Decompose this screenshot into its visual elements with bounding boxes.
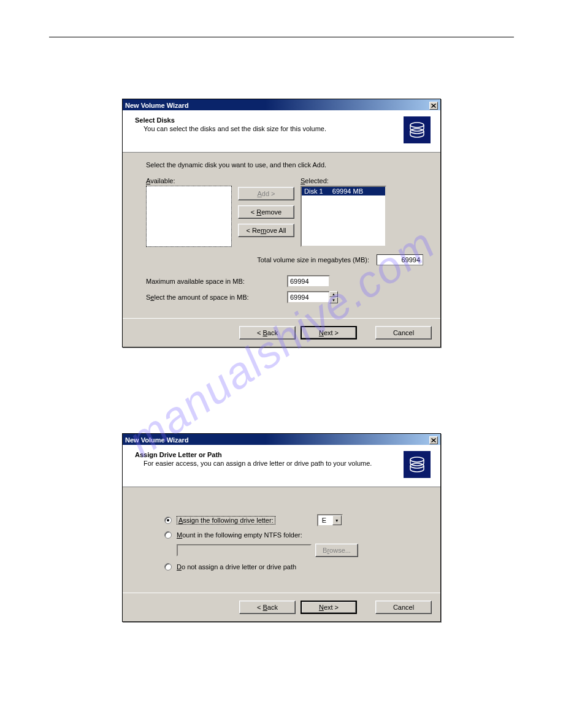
instruction-text: Select the dynamic disk you want to use,… — [146, 161, 423, 169]
titlebar: New Volume Wizard — [123, 434, 440, 445]
amount-label: Select the amount of space in MB: — [146, 294, 287, 301]
folder-path-input[interactable] — [177, 544, 312, 556]
max-space-value: 69994 — [287, 275, 330, 287]
remove-button[interactable]: < Remove — [238, 205, 294, 219]
page-divider — [49, 37, 514, 37]
assign-letter-label[interactable]: Assign the following drive letter: — [177, 516, 275, 525]
drive-letter-dropdown[interactable]: E ▼ — [317, 514, 343, 526]
drive-letter-value: E — [318, 517, 332, 524]
spin-up[interactable]: ▲ — [329, 291, 338, 297]
amount-input[interactable]: 69994 — [287, 291, 330, 303]
close-button[interactable] — [429, 102, 438, 110]
no-letter-label[interactable]: Do not assign a drive letter or drive pa… — [177, 563, 296, 571]
header-subtitle: You can select the disks and set the dis… — [135, 125, 396, 132]
cancel-button[interactable]: Cancel — [375, 326, 432, 339]
selected-label: Selected: — [301, 177, 386, 184]
add-button[interactable]: Add > — [238, 187, 294, 200]
max-space-label: Maximum available space in MB: — [146, 278, 287, 285]
titlebar: New Volume Wizard — [123, 99, 440, 110]
total-label: Total volume size in megabytes (MB): — [257, 256, 369, 264]
back-button[interactable]: < Back — [239, 326, 296, 339]
browse-button[interactable]: Browse... — [315, 544, 358, 557]
total-value: 69994 — [377, 254, 423, 265]
mount-folder-radio[interactable] — [164, 531, 172, 539]
mount-folder-label[interactable]: Mount in the following empty NTFS folder… — [177, 531, 302, 539]
select-disks-dialog: New Volume Wizard Select Disks You can s… — [122, 99, 441, 347]
available-listbox[interactable] — [146, 186, 232, 247]
assign-letter-radio[interactable] — [164, 517, 172, 524]
wizard-header: Assign Drive Letter or Path For easier a… — [123, 445, 440, 487]
disk-stack-icon — [404, 451, 431, 478]
no-letter-radio[interactable] — [164, 563, 172, 571]
selected-listbox[interactable]: Disk 1 69994 MB — [301, 186, 386, 247]
disk-stack-icon — [404, 116, 431, 143]
window-title: New Volume Wizard — [125, 102, 189, 109]
list-item[interactable]: Disk 1 69994 MB — [302, 187, 385, 195]
remove-all-button[interactable]: < Remove All — [238, 224, 294, 237]
spin-down[interactable]: ▼ — [329, 297, 338, 303]
available-label: Available: — [146, 177, 232, 184]
back-button[interactable]: < Back — [239, 601, 296, 614]
header-title: Assign Drive Letter or Path — [135, 451, 396, 458]
chevron-down-icon[interactable]: ▼ — [332, 515, 342, 525]
svg-point-0 — [410, 123, 424, 127]
assign-drive-dialog: New Volume Wizard Assign Drive Letter or… — [122, 433, 441, 622]
wizard-header: Select Disks You can select the disks an… — [123, 110, 440, 153]
header-title: Select Disks — [135, 116, 396, 124]
next-button[interactable]: Next > — [301, 601, 357, 614]
next-button[interactable]: Next > — [301, 326, 357, 339]
header-subtitle: For easier access, you can assign a driv… — [135, 460, 396, 467]
svg-point-2 — [410, 457, 424, 462]
cancel-button[interactable]: Cancel — [375, 601, 432, 614]
window-title: New Volume Wizard — [125, 436, 189, 444]
close-button[interactable] — [429, 436, 438, 444]
